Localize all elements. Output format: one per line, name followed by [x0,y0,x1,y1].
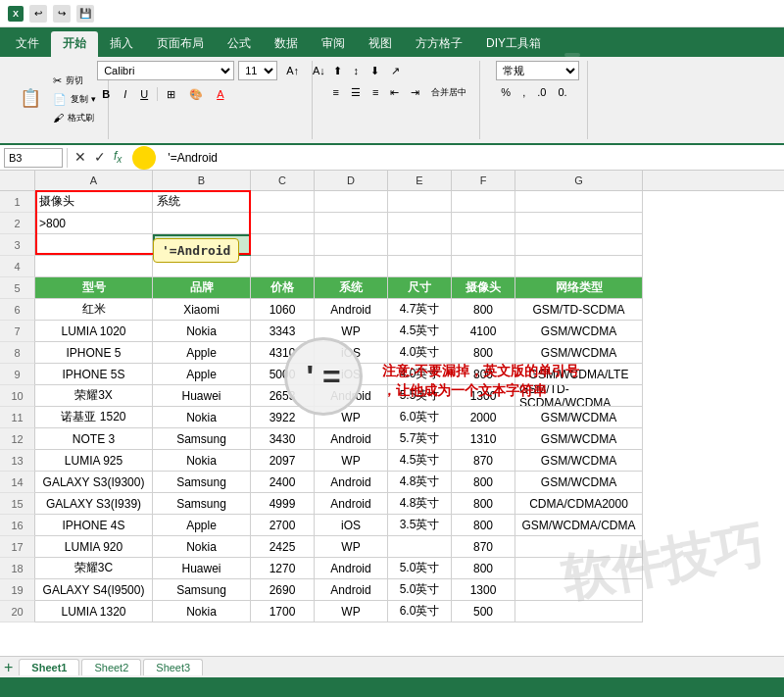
table-cell[interactable]: 诺基亚 1520 [35,407,153,428]
table-cell[interactable]: 系统 [315,277,388,299]
table-cell[interactable]: 6.0英寸 [388,601,452,622]
table-cell[interactable] [515,191,643,213]
tab-home[interactable]: 开始 [51,31,98,57]
table-cell[interactable] [515,536,643,558]
table-cell[interactable]: 网络类型 [515,277,643,299]
table-cell[interactable]: GSM/WCDMA [515,472,643,493]
table-cell[interactable]: LUMIA 925 [35,450,153,472]
table-cell[interactable]: 870 [452,536,515,558]
table-cell[interactable] [388,536,452,558]
table-cell[interactable]: 4.8英寸 [388,472,452,493]
table-cell[interactable]: 2000 [452,407,515,428]
grow-font-btn[interactable]: A↑ [281,61,304,80]
font-size-select[interactable]: 11 [238,61,277,80]
undo-btn[interactable]: ↩ [29,5,47,23]
table-cell[interactable]: 4100 [452,321,515,342]
confirm-formula-btn[interactable]: ✓ [91,149,109,165]
table-cell[interactable]: 1060 [251,299,315,321]
table-cell[interactable]: 800 [452,342,515,364]
table-cell[interactable]: 荣耀3X [35,385,153,407]
table-cell[interactable] [388,256,452,277]
table-cell[interactable]: LUMIA 1020 [35,321,153,342]
table-cell[interactable]: Apple [153,364,251,385]
table-cell[interactable] [452,256,515,277]
number-format-select[interactable]: 常规 [496,61,579,80]
table-cell[interactable]: 品牌 [153,277,251,299]
table-cell[interactable]: 3430 [251,428,315,450]
border-btn[interactable]: ⊞ [162,84,180,104]
italic-btn[interactable]: I [119,84,131,104]
table-cell[interactable]: 6.0英寸 [388,407,452,428]
table-cell[interactable]: WP [315,450,388,472]
table-cell[interactable]: 红米 [35,299,153,321]
table-cell[interactable]: Android [315,493,388,515]
table-cell[interactable]: 870 [452,450,515,472]
cancel-formula-btn[interactable]: ✕ [72,149,89,165]
align-right-btn[interactable]: ≡ [368,82,383,102]
table-cell[interactable]: 1270 [251,558,315,579]
underline-btn[interactable]: U [135,84,153,104]
table-cell[interactable]: 800 [452,364,515,385]
sheet-tab-1[interactable]: Sheet1 [19,659,79,675]
insert-function-btn[interactable]: fx [111,149,124,165]
sheet-tab-3[interactable]: Sheet3 [143,659,203,675]
tab-insert[interactable]: 插入 [98,31,145,57]
table-cell[interactable]: 3.5英寸 [388,515,452,536]
table-cell[interactable]: 摄像头 [35,191,153,213]
text-dir-btn[interactable]: ↗ [386,61,405,80]
table-cell[interactable]: 2700 [251,515,315,536]
table-cell[interactable]: Nokia [153,601,251,622]
table-cell[interactable]: Samsung [153,428,251,450]
table-cell[interactable] [515,213,643,234]
table-cell[interactable]: 2425 [251,536,315,558]
table-cell[interactable] [251,191,315,213]
table-cell[interactable]: LUMIA 1320 [35,601,153,622]
table-cell[interactable]: 5.5英寸 [388,385,452,407]
table-cell[interactable]: 4.0英寸 [388,364,452,385]
table-cell[interactable]: WP [315,536,388,558]
table-cell[interactable] [315,213,388,234]
font-name-select[interactable]: Calibri [97,61,234,80]
merge-btn[interactable]: 合并居中 [426,82,471,102]
table-cell[interactable] [153,213,251,234]
table-cell[interactable] [315,191,388,213]
indent-inc-btn[interactable]: ⇥ [406,82,424,102]
table-cell[interactable] [452,191,515,213]
table-cell[interactable]: NOTE 3 [35,428,153,450]
tab-file[interactable]: 文件 [4,31,51,57]
copy-btn[interactable]: 📄复制 ▾ [49,91,100,108]
table-cell[interactable] [515,558,643,579]
table-cell[interactable]: CDMA/CDMA2000 [515,493,643,515]
table-cell[interactable] [153,256,251,277]
indent-dec-btn[interactable]: ⇤ [385,82,404,102]
fill-color-btn[interactable]: 🎨 [184,84,208,104]
table-cell[interactable] [515,256,643,277]
table-cell[interactable]: 5.7英寸 [388,428,452,450]
table-cell[interactable]: 500 [452,601,515,622]
table-cell[interactable]: iOS [315,364,388,385]
tab-formula[interactable]: 公式 [216,31,263,57]
table-cell[interactable] [388,213,452,234]
format-painter-btn[interactable]: 🖌格式刷 [49,110,100,126]
table-cell[interactable]: 4310 [251,342,315,364]
table-cell[interactable]: GSM/WCDMA [515,428,643,450]
table-cell[interactable]: 3343 [251,321,315,342]
table-cell[interactable]: 摄像头 [452,277,515,299]
table-cell[interactable]: Apple [153,342,251,364]
tab-layout[interactable]: 页面布局 [145,31,216,57]
table-cell[interactable] [251,256,315,277]
table-cell[interactable]: Nokia [153,321,251,342]
table-cell[interactable]: 800 [452,493,515,515]
table-cell[interactable]: Android [315,299,388,321]
align-top-btn[interactable]: ⬆ [328,61,347,80]
save-btn[interactable]: 💾 [76,5,94,23]
table-cell[interactable]: Nokia [153,536,251,558]
sheet-tab-2[interactable]: Sheet2 [81,659,141,675]
table-cell[interactable]: 系统 [153,191,251,213]
table-cell[interactable]: GSM/WCDMA/CDMA [515,515,643,536]
table-cell[interactable]: Nokia [153,407,251,428]
formula-input[interactable] [164,148,780,168]
table-cell[interactable]: iOS [315,515,388,536]
table-cell[interactable]: GSM/WCDMA [515,450,643,472]
table-cell[interactable]: 800 [452,558,515,579]
